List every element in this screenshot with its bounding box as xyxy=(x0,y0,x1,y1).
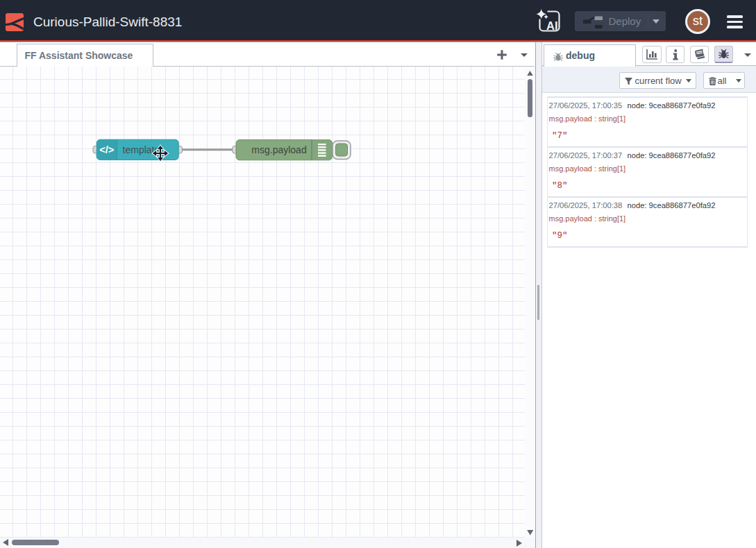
svg-text:msg.payload: msg.payload xyxy=(251,144,306,155)
svg-text:AI: AI xyxy=(546,19,558,32)
svg-text:</>: </> xyxy=(99,144,114,155)
